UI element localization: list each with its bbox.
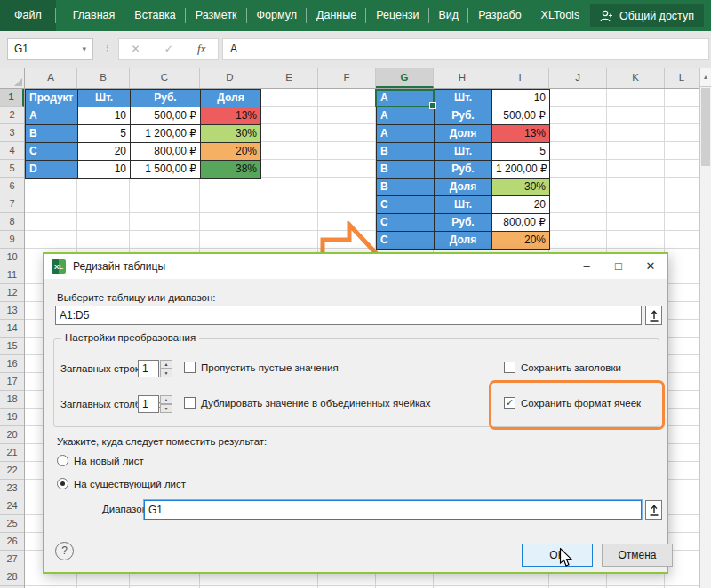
row-header-22[interactable]: 22 xyxy=(0,462,24,480)
vertical-scrollbar[interactable]: ▲ xyxy=(699,68,711,588)
result-product-cell[interactable]: B xyxy=(377,161,435,179)
source-qty-cell[interactable]: 20 xyxy=(78,143,131,161)
checkbox-skip-empty[interactable]: Пропустить пустые значения xyxy=(184,362,339,373)
close-icon[interactable]: ✕ xyxy=(635,254,667,279)
column-header-L[interactable]: L xyxy=(665,68,699,88)
row-header-21[interactable]: 21 xyxy=(0,444,24,462)
source-share-cell[interactable]: 20% xyxy=(201,143,261,161)
ribbon-tab-Разрабо[interactable]: Разрабо xyxy=(468,0,531,31)
column-header-H[interactable]: H xyxy=(434,68,491,88)
header-cols-spinner[interactable]: 1 ▲ ▼ xyxy=(138,395,172,413)
row-header-10[interactable]: 10 xyxy=(0,249,24,266)
ribbon-tab-Файл[interactable]: Файл xyxy=(0,0,56,31)
radio-new-sheet[interactable]: На новый лист xyxy=(57,455,144,466)
column-header-B[interactable]: B xyxy=(77,68,130,88)
source-share-cell[interactable]: 13% xyxy=(201,107,261,125)
source-header-cell[interactable]: Руб. xyxy=(131,90,201,107)
row-header-8[interactable]: 8 xyxy=(0,213,24,231)
row-header-18[interactable]: 18 xyxy=(0,391,24,409)
column-header-C[interactable]: C xyxy=(130,68,200,88)
row-header-25[interactable]: 25 xyxy=(0,515,24,533)
spin-up-icon[interactable]: ▲ xyxy=(160,395,172,404)
source-rub-cell[interactable]: 1 500,00 ₽ xyxy=(131,161,201,179)
row-header-2[interactable]: 2 xyxy=(0,107,24,124)
column-header-G[interactable]: G xyxy=(376,68,434,88)
checkbox-duplicate-merged[interactable]: Дублировать значение в объединенных ячей… xyxy=(184,397,431,409)
column-header-F[interactable]: F xyxy=(318,68,376,88)
range-picker-button[interactable] xyxy=(645,306,662,325)
source-share-cell[interactable]: 38% xyxy=(201,161,261,179)
result-product-cell[interactable]: A xyxy=(377,125,435,143)
result-value-cell[interactable]: 500,00 ₽ xyxy=(492,107,550,125)
result-attr-cell[interactable]: Шт. xyxy=(435,90,492,107)
result-value-cell[interactable]: 30% xyxy=(492,179,550,196)
result-product-cell[interactable]: C xyxy=(377,214,435,232)
ribbon-tab-Вставка[interactable]: Вставка xyxy=(124,0,185,31)
result-product-cell[interactable]: B xyxy=(377,179,435,196)
ribbon-tab-Рецензи[interactable]: Рецензи xyxy=(366,0,428,31)
result-value-cell[interactable]: 1 200,00 ₽ xyxy=(492,161,550,179)
row-header-3[interactable]: 3 xyxy=(0,124,24,142)
result-product-cell[interactable]: C xyxy=(377,232,435,250)
row-header-17[interactable]: 17 xyxy=(0,373,24,391)
formula-input[interactable]: A xyxy=(222,38,709,60)
source-rub-cell[interactable]: 500,00 ₽ xyxy=(131,107,201,125)
ribbon-tab-Вид[interactable]: Вид xyxy=(429,0,469,31)
result-attr-cell[interactable]: Доля xyxy=(435,125,492,143)
radio-existing-sheet[interactable]: На существующий лист xyxy=(57,478,186,489)
source-header-cell[interactable]: Шт. xyxy=(78,90,131,107)
ok-button[interactable]: OK xyxy=(522,544,593,567)
name-box[interactable]: G1 ▾ xyxy=(7,38,93,60)
maximize-icon[interactable]: □ xyxy=(603,254,635,279)
result-value-cell[interactable]: 800,00 ₽ xyxy=(492,214,550,232)
range-input[interactable]: A1:D5 xyxy=(55,306,642,325)
source-share-cell[interactable]: 30% xyxy=(201,125,261,143)
result-attr-cell[interactable]: Шт. xyxy=(435,196,492,214)
result-product-cell[interactable]: A xyxy=(377,90,435,107)
source-rub-cell[interactable]: 800,00 ₽ xyxy=(131,143,201,161)
source-product-cell[interactable]: C xyxy=(26,143,78,161)
row-header-11[interactable]: 11 xyxy=(0,266,24,284)
select-all-corner[interactable] xyxy=(0,68,25,89)
cancel-button[interactable]: Отмена xyxy=(602,544,673,567)
result-product-cell[interactable]: A xyxy=(377,107,435,125)
column-header-J[interactable]: J xyxy=(549,68,607,88)
ribbon-tab-Главная[interactable]: Главная xyxy=(63,0,125,31)
header-rows-spinner[interactable]: 1 ▲ ▼ xyxy=(138,360,172,377)
row-header-16[interactable]: 16 xyxy=(0,355,24,373)
result-attr-cell[interactable]: Руб. xyxy=(435,214,492,232)
result-value-cell[interactable]: 10 xyxy=(492,90,550,107)
insert-function-icon[interactable]: fx xyxy=(197,42,205,56)
ribbon-tab-Данные[interactable]: Данные xyxy=(307,0,366,31)
source-product-cell[interactable]: D xyxy=(26,161,78,179)
formula-enter-icon[interactable]: ✓ xyxy=(164,43,173,55)
column-header-I[interactable]: I xyxy=(491,68,549,88)
source-qty-cell[interactable]: 10 xyxy=(78,161,131,179)
result-product-cell[interactable]: C xyxy=(377,196,435,214)
row-header-9[interactable]: 9 xyxy=(0,231,24,249)
row-header-20[interactable]: 20 xyxy=(0,426,24,444)
name-box-dropdown-icon[interactable]: ▾ xyxy=(76,43,86,55)
column-header-A[interactable]: A xyxy=(25,68,77,88)
result-attr-cell[interactable]: Доля xyxy=(435,179,492,196)
ribbon-tab-Разметк[interactable]: Разметк xyxy=(186,0,247,31)
row-header-5[interactable]: 5 xyxy=(0,160,24,178)
target-range-input[interactable]: G1 xyxy=(144,500,642,520)
scroll-up-icon[interactable]: ▲ xyxy=(700,68,711,87)
scrollbar-thumb[interactable] xyxy=(701,88,710,166)
row-header-13[interactable]: 13 xyxy=(0,302,24,320)
result-product-cell[interactable]: B xyxy=(377,143,435,161)
checkbox-keep-format[interactable]: ✓ Сохранить формат ячеек xyxy=(504,397,641,409)
spin-up-icon[interactable]: ▲ xyxy=(160,360,172,369)
result-value-cell[interactable]: 20 xyxy=(492,196,550,214)
result-value-cell[interactable]: 5 xyxy=(492,143,550,161)
source-header-cell[interactable]: Доля xyxy=(201,90,261,107)
result-value-cell[interactable]: 13% xyxy=(492,125,550,143)
source-product-cell[interactable]: A xyxy=(26,107,78,125)
row-header-27[interactable]: 27 xyxy=(0,551,24,568)
row-header-26[interactable]: 26 xyxy=(0,533,24,551)
row-header-12[interactable]: 12 xyxy=(0,284,24,302)
minimize-icon[interactable]: – xyxy=(571,254,603,279)
formula-cancel-icon[interactable]: ✕ xyxy=(132,43,140,55)
result-attr-cell[interactable]: Руб. xyxy=(435,107,492,125)
